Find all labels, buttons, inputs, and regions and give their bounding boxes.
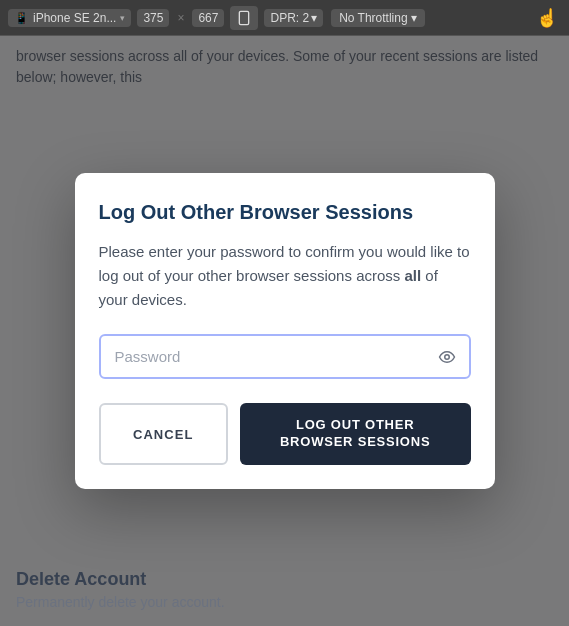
throttle-label: No Throttling bbox=[339, 11, 407, 25]
password-field-wrapper bbox=[99, 334, 471, 379]
cancel-button[interactable]: CANCEL bbox=[99, 403, 228, 465]
page-background: browser sessions across all of your devi… bbox=[0, 36, 569, 626]
delete-account-title: Delete Account bbox=[16, 569, 553, 590]
logout-sessions-button[interactable]: LOG OUT OTHER BROWSER SESSIONS bbox=[240, 403, 471, 465]
svg-point-1 bbox=[444, 354, 449, 359]
height-value: 667 bbox=[198, 11, 218, 25]
viewport-width[interactable]: 375 bbox=[137, 9, 169, 27]
show-password-icon[interactable] bbox=[435, 345, 459, 369]
rotate-button[interactable] bbox=[230, 6, 258, 30]
throttle-chevron-icon: ▾ bbox=[411, 11, 417, 25]
dpr-label: DPR: 2 bbox=[270, 11, 309, 25]
width-value: 375 bbox=[143, 11, 163, 25]
device-icon: 📱 bbox=[14, 11, 29, 25]
logout-label-line1: LOG OUT OTHER bbox=[296, 417, 414, 432]
modal-actions: CANCEL LOG OUT OTHER BROWSER SESSIONS bbox=[99, 403, 471, 465]
device-selector[interactable]: 📱 iPhone SE 2n... ▾ bbox=[8, 9, 131, 27]
devtools-toolbar: 📱 iPhone SE 2n... ▾ 375 × 667 DPR: 2 ▾ N… bbox=[0, 0, 569, 36]
modal-body: Please enter your password to confirm yo… bbox=[99, 240, 471, 312]
delete-account-section: Delete Account Permanently delete your a… bbox=[0, 553, 569, 626]
throttle-selector[interactable]: No Throttling ▾ bbox=[331, 9, 424, 27]
modal-overlay: Log Out Other Browser Sessions Please en… bbox=[0, 36, 569, 626]
dpr-selector[interactable]: DPR: 2 ▾ bbox=[264, 9, 323, 27]
svg-rect-0 bbox=[240, 11, 249, 24]
password-input[interactable] bbox=[99, 334, 471, 379]
modal-body-bold: all bbox=[404, 267, 421, 284]
viewport-height[interactable]: 667 bbox=[192, 9, 224, 27]
logout-label-line2: BROWSER SESSIONS bbox=[280, 434, 430, 449]
touch-toggle[interactable]: ☝ bbox=[533, 4, 561, 32]
dims-separator: × bbox=[175, 11, 186, 25]
device-chevron-icon: ▾ bbox=[120, 13, 125, 23]
modal-title: Log Out Other Browser Sessions bbox=[99, 201, 471, 224]
dpr-chevron-icon: ▾ bbox=[311, 11, 317, 25]
device-label: iPhone SE 2n... bbox=[33, 11, 116, 25]
delete-account-desc: Permanently delete your account. bbox=[16, 594, 553, 610]
logout-sessions-modal: Log Out Other Browser Sessions Please en… bbox=[75, 173, 495, 489]
